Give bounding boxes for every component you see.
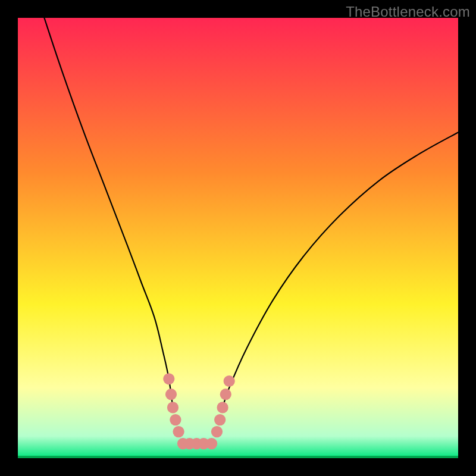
data-marker bbox=[170, 414, 181, 425]
data-marker bbox=[165, 389, 177, 400]
data-marker bbox=[217, 402, 228, 413]
chart-frame: TheBottleneck.com bbox=[0, 0, 476, 476]
bottom-green-stripe bbox=[18, 456, 458, 458]
gradient-background bbox=[18, 18, 458, 458]
data-marker bbox=[163, 373, 174, 384]
data-marker bbox=[167, 402, 178, 413]
data-marker bbox=[206, 438, 217, 449]
data-marker bbox=[220, 389, 231, 400]
data-marker bbox=[211, 426, 223, 437]
chart-plot bbox=[18, 18, 458, 458]
data-marker bbox=[214, 414, 226, 425]
data-marker bbox=[224, 375, 235, 387]
data-marker bbox=[173, 426, 184, 437]
